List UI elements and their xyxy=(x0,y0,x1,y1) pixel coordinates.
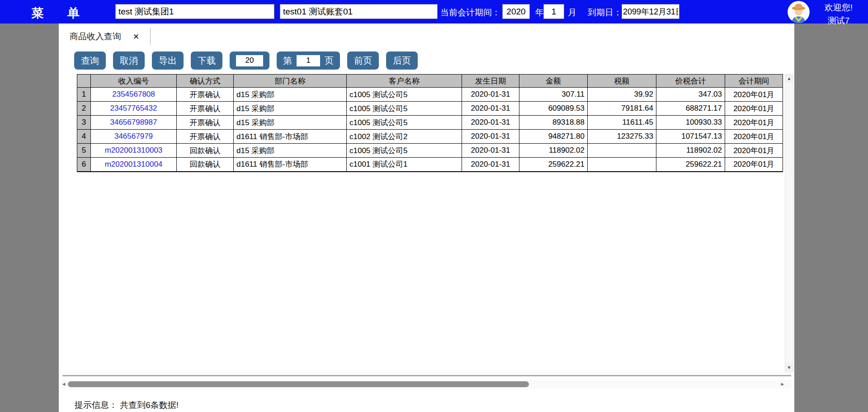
period-cell: 2020年01月 xyxy=(725,144,783,158)
customer-cell: c1005 测试公司5 xyxy=(347,116,462,130)
income-code-cell: m202001310003 xyxy=(91,144,177,158)
amount-cell: 948271.80 xyxy=(519,130,588,144)
download-button[interactable]: 下载 xyxy=(191,52,222,70)
table-row: 12354567808开票确认d15 采购部c1005 测试公司52020-01… xyxy=(77,88,783,102)
topbar: 菜 单 当前会计期间： 年 月 到期日： 欢迎您! 测试7 xyxy=(0,0,868,23)
period-cell: 2020年01月 xyxy=(725,102,783,116)
period-cell: 2020年01月 xyxy=(725,116,783,130)
amount-cell: 609089.53 xyxy=(519,102,588,116)
method-cell: 开票确认 xyxy=(177,116,234,130)
vertical-scrollbar[interactable]: ▲ ▼ xyxy=(785,74,793,372)
page-size-input[interactable] xyxy=(236,55,263,66)
due-date-input[interactable] xyxy=(622,4,679,19)
row-number: 3 xyxy=(77,116,91,130)
total-cell: 347.03 xyxy=(656,88,725,102)
table-header-row: 收入编号 确认方式 部门名称 客户名称 发生日期 金额 税额 价税合计 会计期间 xyxy=(77,75,783,88)
method-cell: 开票确认 xyxy=(177,88,234,102)
page-number-input[interactable] xyxy=(297,55,320,66)
dept-cell: d15 采购部 xyxy=(234,116,347,130)
due-date-label: 到期日： xyxy=(588,7,622,19)
status-message: 提示信息： 共查到6条数据! xyxy=(75,399,179,411)
date-cell: 2020-01-31 xyxy=(462,88,519,102)
menu-button[interactable]: 菜 单 xyxy=(32,5,90,21)
group-input[interactable] xyxy=(115,4,274,19)
page-suffix-label: 页 xyxy=(325,55,334,67)
table-row: 223457765432开票确认d15 采购部c1005 测试公司52020-0… xyxy=(77,102,783,116)
col-confirm-method: 确认方式 xyxy=(177,75,234,88)
col-amount: 金额 xyxy=(519,75,588,88)
income-code-link[interactable]: 23457765432 xyxy=(110,104,157,112)
method-cell: 回款确认 xyxy=(177,158,234,172)
income-code-link[interactable]: 34656798987 xyxy=(110,118,157,126)
income-code-link[interactable]: m202001310003 xyxy=(105,146,163,154)
dept-cell: d1611 销售部-市场部 xyxy=(234,158,347,172)
scroll-right-icon[interactable]: ► xyxy=(779,380,786,389)
row-number: 1 xyxy=(77,88,91,102)
scroll-left-icon[interactable]: ◄ xyxy=(61,380,67,389)
period-label: 当前会计期间： xyxy=(440,7,500,19)
table-row: 334656798987开票确认d15 采购部c1005 测试公司52020-0… xyxy=(77,116,783,130)
year-unit-label: 年 xyxy=(535,7,544,19)
tab-divider xyxy=(150,28,151,45)
scroll-up-icon[interactable]: ▲ xyxy=(785,75,793,83)
row-number: 2 xyxy=(77,102,91,116)
customer-cell: c1005 测试公司5 xyxy=(347,144,462,158)
account-book-input[interactable] xyxy=(280,4,438,19)
amount-cell: 259622.21 xyxy=(519,158,588,172)
col-total: 价税合计 xyxy=(656,75,725,88)
table-row: 6m202001310004回款确认d1611 销售部-市场部c1001 测试公… xyxy=(77,158,783,172)
tab-goods-income-query[interactable]: 商品收入查询 ✕ xyxy=(70,29,139,44)
method-cell: 开票确认 xyxy=(177,102,234,116)
tax-cell: 123275.33 xyxy=(588,130,656,144)
date-cell: 2020-01-31 xyxy=(462,144,519,158)
col-date: 发生日期 xyxy=(462,75,519,88)
prev-page-button[interactable]: 前页 xyxy=(347,52,379,70)
dept-cell: d15 采购部 xyxy=(234,102,347,116)
horizontal-scrollbar[interactable]: ◄ ► xyxy=(61,380,791,389)
col-income-code: 收入编号 xyxy=(91,75,177,88)
page-size-box xyxy=(230,52,269,70)
main-panel: 商品收入查询 ✕ 查询 取消 导出 下载 第 页 前页 后页 xyxy=(59,23,794,412)
col-customer: 客户名称 xyxy=(347,75,462,88)
query-button[interactable]: 查询 xyxy=(74,52,106,70)
income-code-cell: 346567979 xyxy=(91,130,177,144)
total-cell: 688271.17 xyxy=(656,102,725,116)
amount-cell: 89318.88 xyxy=(519,116,588,130)
amount-cell: 307.11 xyxy=(519,88,588,102)
period-cell: 2020年01月 xyxy=(725,130,783,144)
date-cell: 2020-01-31 xyxy=(462,102,519,116)
date-cell: 2020-01-31 xyxy=(462,130,519,144)
export-button[interactable]: 导出 xyxy=(152,52,184,70)
customer-cell: c1005 测试公司5 xyxy=(347,102,462,116)
date-cell: 2020-01-31 xyxy=(462,158,519,172)
table-row: 5m202001310003回款确认d15 采购部c1005 测试公司52020… xyxy=(77,144,783,158)
dept-cell: d15 采购部 xyxy=(234,88,347,102)
horizontal-scroll-thumb[interactable] xyxy=(68,381,529,387)
income-table: 收入编号 确认方式 部门名称 客户名称 发生日期 金额 税额 价税合计 会计期间… xyxy=(77,74,783,172)
tax-cell xyxy=(588,144,656,158)
total-cell: 118902.02 xyxy=(656,144,725,158)
income-code-cell: m202001310004 xyxy=(91,158,177,172)
amount-cell: 118902.02 xyxy=(519,144,588,158)
next-page-button[interactable]: 后页 xyxy=(386,52,418,70)
cancel-button[interactable]: 取消 xyxy=(113,52,145,70)
farmer-avatar-icon xyxy=(788,1,810,23)
col-department: 部门名称 xyxy=(234,75,347,88)
income-code-link[interactable]: m202001310004 xyxy=(105,160,163,169)
tax-cell: 11611.45 xyxy=(588,116,656,130)
tax-cell: 39.92 xyxy=(588,88,656,102)
income-code-link[interactable]: 346567979 xyxy=(114,132,153,140)
income-code-cell: 23457765432 xyxy=(91,102,177,116)
method-cell: 回款确认 xyxy=(177,144,234,158)
col-period: 会计期间 xyxy=(725,75,783,88)
user-avatar[interactable] xyxy=(788,1,810,23)
year-input[interactable] xyxy=(502,4,530,19)
month-input[interactable] xyxy=(543,4,564,19)
income-code-link[interactable]: 2354567808 xyxy=(112,90,155,98)
col-tax: 税额 xyxy=(588,75,656,88)
tab-close-icon[interactable]: ✕ xyxy=(133,32,139,42)
total-cell: 259622.21 xyxy=(656,158,725,172)
row-number: 4 xyxy=(77,130,91,144)
username-text: 测试7 xyxy=(814,15,863,27)
scroll-down-icon[interactable]: ▼ xyxy=(785,364,793,372)
